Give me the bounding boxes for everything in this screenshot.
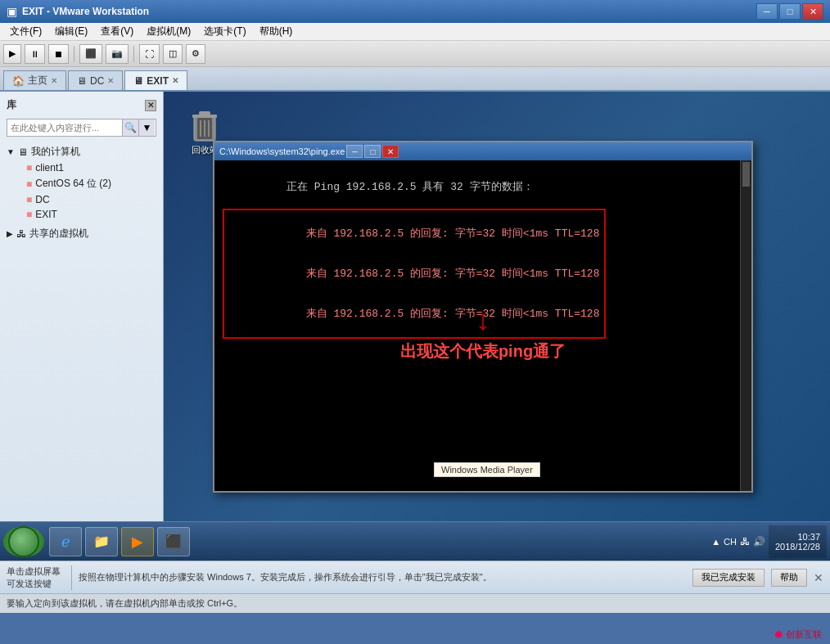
sidebar-close-button[interactable]: ✕ [145, 100, 156, 111]
tree-shared[interactable]: ▶ 🖧 共享的虚拟机 [0, 225, 163, 242]
scrollbar[interactable] [740, 160, 751, 491]
tray-clock[interactable]: 10:37 2018/12/28 [775, 532, 820, 552]
cmd-title-bar: C:\Windows\system32\ping.exe ─ □ ✕ [214, 142, 751, 160]
tabs-row: 🏠 主页 ✕ 🖥 DC ✕ 🖥 EXIT ✕ [0, 67, 830, 92]
dropdown-icon[interactable]: ▼ [138, 119, 155, 136]
complete-install-button[interactable]: 我已完成安装 [692, 569, 765, 587]
annotation-area: ↓ 出现这个代表ping通了 [400, 308, 566, 363]
status-bar: 要输入定向到该虚拟机，请在虚拟机内部单击或按 Ctrl+G。 ❋ 创新互联 [0, 593, 830, 613]
tree-label-centos: CentOS 64 位 (2) [35, 177, 111, 191]
brand-logo: ❋ [774, 629, 783, 641]
minimize-button[interactable]: ─ [756, 3, 778, 20]
toolbar-unity-btn[interactable]: ◫ [163, 44, 183, 64]
tree-shared-label: 共享的虚拟机 [29, 227, 88, 241]
menu-vm[interactable]: 虚拟机(M) [140, 23, 197, 40]
tray-date-display: 2018/12/28 [775, 542, 820, 552]
notification-area: ▲ CH 🖧 🔊 [711, 536, 765, 547]
annotation-text: 出现这个代表ping通了 [400, 340, 566, 363]
tree-item-centos[interactable]: ■ CentOS 64 位 (2) [0, 175, 163, 192]
menu-file[interactable]: 文件(F) [3, 23, 48, 40]
tab-exit-close[interactable]: ✕ [172, 76, 178, 85]
play-icon: ▶ [132, 533, 143, 551]
cmd-window[interactable]: C:\Windows\system32\ping.exe ─ □ ✕ 正在 Pi… [213, 141, 753, 493]
close-button[interactable]: ✕ [802, 3, 823, 20]
tray-arrow[interactable]: ▲ [711, 537, 720, 547]
taskbar-vmware-btn[interactable]: ⬛ [157, 527, 190, 556]
taskbar-ie-btn[interactable]: ℯ [49, 527, 82, 556]
vmware-icon: ⬛ [165, 534, 182, 549]
window-title: EXIT - VMware Workstation [22, 6, 756, 17]
brand-area: ❋ 创新互联 [774, 628, 822, 641]
tab-home[interactable]: 🏠 主页 ✕ [3, 70, 66, 90]
down-arrow-icon: ↓ [400, 308, 566, 337]
search-input[interactable] [7, 123, 122, 133]
install-instruction: 按照在物理计算机中的步骤安装 Windows 7。安装完成后，操作系统会进行引导… [79, 571, 686, 583]
menu-tab[interactable]: 选项卡(T) [197, 23, 252, 40]
vm-icon-exit: ■ [26, 209, 32, 220]
ie-icon: ℯ [61, 533, 70, 551]
toolbar-connect-btn[interactable]: ⬛ [79, 44, 102, 64]
cmd-minimize-btn[interactable]: ─ [346, 145, 363, 158]
tab-dc-close[interactable]: ✕ [107, 76, 114, 85]
cmd-maximize-btn[interactable]: □ [364, 145, 381, 158]
tab-dc[interactable]: 🖥 DC ✕ [68, 70, 123, 90]
tab-home-close[interactable]: ✕ [51, 76, 57, 85]
toolbar: ▶ ⏸ ⏹ ⬛ 📷 ⛶ ◫ ⚙ [0, 41, 830, 67]
toolbar-pause-btn[interactable]: ⏸ [25, 44, 45, 64]
scrollbar-thumb[interactable] [742, 162, 750, 187]
tree-arrow: ▼ [7, 147, 15, 156]
start-button[interactable] [3, 526, 44, 557]
toolbar-fullscreen-btn[interactable]: ⛶ [139, 44, 160, 64]
tree-item-dc[interactable]: ■ DC [0, 192, 163, 207]
tab-dc-label: DC [90, 75, 104, 87]
click-hint: 单击虚拟屏幕 可发送按键 [7, 565, 72, 590]
taskbar-explorer-btn[interactable]: 📁 [85, 527, 118, 556]
tree-item-client1[interactable]: ■ client1 [0, 160, 163, 175]
vm-icon-dc: ■ [26, 194, 32, 205]
maximize-button[interactable]: □ [779, 3, 801, 20]
tree-label-exit: EXIT [35, 209, 57, 220]
volume-icon[interactable]: 🔊 [753, 536, 765, 547]
menu-view[interactable]: 查看(V) [94, 23, 140, 40]
desktop-area[interactable]: 回收站 C:\Windows\system32\ping.exe ─ □ ✕ 正… [164, 92, 830, 521]
toolbar-snapshot-btn[interactable]: 📷 [106, 44, 129, 64]
toolbar-stop-btn[interactable]: ⏹ [48, 44, 69, 64]
system-tray: 10:37 2018/12/28 [769, 525, 827, 558]
wmp-tooltip: Windows Media Player [434, 462, 540, 477]
toolbar-settings-btn[interactable]: ⚙ [186, 44, 205, 64]
computer-icon: 🖥 [18, 146, 28, 158]
toolbar-power-btn[interactable]: ▶ [3, 44, 21, 64]
tab-exit-label: EXIT [147, 75, 169, 87]
taskbar-wmp-btn[interactable]: ▶ [121, 527, 154, 556]
svg-rect-6 [199, 111, 210, 115]
sidebar-header: 库 ✕ [0, 95, 163, 115]
menu-bar: 文件(F) 编辑(E) 查看(V) 虚拟机(M) 选项卡(T) 帮助(H) [0, 23, 830, 41]
tab-exit[interactable]: 🖥 EXIT ✕ [124, 70, 187, 90]
recycle-bin-svg [189, 108, 220, 144]
close-info-icon[interactable]: ✕ [814, 571, 823, 584]
dc-icon: 🖥 [77, 75, 87, 87]
tree-label-client1: client1 [35, 162, 64, 173]
tree-label-dc: DC [35, 194, 49, 205]
help-button[interactable]: 帮助 [771, 569, 807, 587]
toolbar-sep-1 [74, 46, 74, 62]
shared-icon: 🖧 [16, 228, 26, 240]
tree-root[interactable]: ▼ 🖥 我的计算机 [0, 143, 163, 160]
cmd-line-1: 来自 192.168.2.5 的回复: 字节=32 时间<1ms TTL=128 [229, 214, 599, 253]
menu-help[interactable]: 帮助(H) [253, 23, 300, 40]
tray-time-display: 10:37 [775, 532, 820, 542]
home-icon: 🏠 [12, 75, 25, 87]
start-orb [8, 526, 39, 557]
cmd-content: 正在 Ping 192.168.2.5 具有 32 字节的数据： 来自 192.… [214, 160, 751, 491]
tree-item-exit[interactable]: ■ EXIT [0, 207, 163, 222]
network-icon: 🖧 [740, 536, 750, 547]
tray-ch: CH [724, 537, 737, 547]
cmd-close-btn[interactable]: ✕ [382, 145, 399, 158]
menu-edit[interactable]: 编辑(E) [48, 23, 94, 40]
search-icon[interactable]: 🔍 [122, 119, 138, 136]
title-bar: ▣ EXIT - VMware Workstation ─ □ ✕ [0, 0, 830, 23]
toolbar-sep-2 [133, 46, 134, 62]
status-text: 要输入定向到该虚拟机，请在虚拟机内部单击或按 Ctrl+G。 [7, 597, 242, 610]
tree-root-label: 我的计算机 [31, 145, 80, 159]
tab-home-label: 主页 [28, 74, 47, 88]
